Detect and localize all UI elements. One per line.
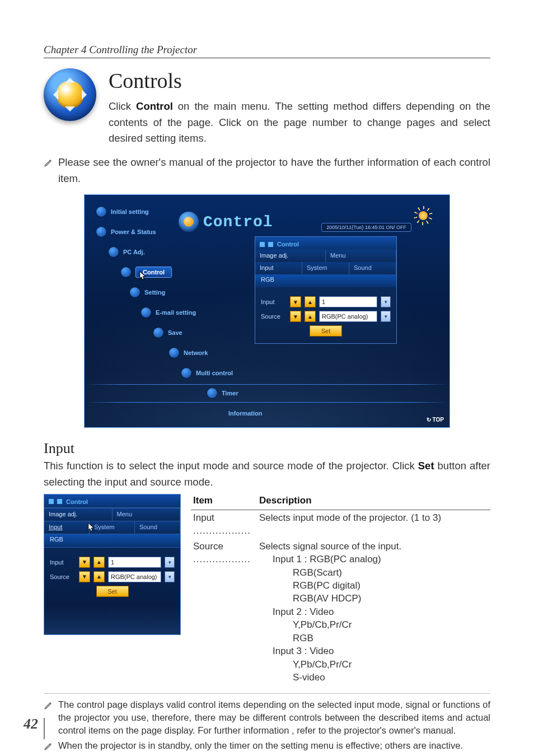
tab-input[interactable]: Input: [44, 521, 90, 534]
divider: [44, 693, 490, 694]
nav-label: Timer: [222, 390, 238, 396]
page-number: 42: [24, 716, 38, 732]
nav-initial-setting[interactable]: Initial setting: [93, 204, 244, 220]
panel-title-text: Control: [277, 241, 299, 248]
nav-label: E-mail setting: [156, 309, 196, 316]
tab-menu[interactable]: Menu: [113, 508, 181, 521]
nav-network[interactable]: Network: [166, 345, 244, 361]
step-down-button[interactable]: ▼: [79, 557, 90, 568]
intro-paragraph: Click Control on the main menu. The sett…: [109, 99, 490, 147]
tab-menu[interactable]: Menu: [326, 250, 396, 262]
footnote-1: The control page displays valid control …: [58, 698, 490, 737]
nav-label: Network: [184, 349, 208, 356]
nav-power-status[interactable]: Power & Status: [93, 224, 244, 240]
item-description-table: Item Description Input Selects input mod…: [191, 494, 490, 685]
side-nav: Initial setting Power & Status PC Adj. C…: [93, 199, 244, 428]
panel-header: Control: [44, 494, 180, 508]
source-value-field[interactable]: RGB(PC analog): [108, 571, 161, 582]
source-line: RGB(PC digital): [259, 579, 488, 592]
nav-pc-adj[interactable]: PC Adj.: [105, 244, 244, 260]
tab-sound[interactable]: Sound: [135, 521, 180, 534]
nav-label: SNMP setting: [252, 427, 272, 428]
nav-label: Power & Status: [111, 228, 156, 235]
intro-pre: Click: [109, 100, 136, 112]
pencil-icon: [44, 156, 54, 166]
nav-save[interactable]: Save: [150, 325, 244, 340]
chapter-heading: Chapter 4 Controlling the Projector: [44, 44, 490, 58]
table-row: Input Selects input mode of the projecto…: [191, 510, 490, 538]
section-title-input: Input: [44, 440, 490, 457]
input-value-field[interactable]: 1: [108, 557, 161, 568]
nav-control[interactable]: Control: [118, 264, 244, 280]
cell-desc: Selects input mode of the projector. (1 …: [257, 510, 490, 538]
cell-item: Source: [193, 541, 223, 552]
screenshot-control-panel-crop: Control Image adj. Menu Input System Sou…: [44, 494, 181, 635]
subtab-rgb[interactable]: RGB: [255, 274, 396, 287]
row-input: Input ▼ ▲ 1 ▾: [261, 296, 391, 307]
step-down-button[interactable]: ▼: [290, 296, 301, 307]
source-value-field[interactable]: RGB(PC analog): [319, 311, 377, 322]
cell-item: Input: [193, 512, 214, 523]
step-up-button[interactable]: ▲: [93, 571, 105, 582]
tab-image-adj[interactable]: Image adj.: [255, 250, 326, 262]
tab-sound[interactable]: Sound: [349, 262, 396, 274]
set-button[interactable]: Set: [96, 586, 129, 597]
tab-image-adj[interactable]: Image adj.: [44, 508, 113, 521]
table-row: Source Selects signal source of the inpu…: [191, 539, 490, 685]
footnote-2: When the projector is in standby, only t…: [58, 739, 463, 752]
source-line: Y,Pb/Cb,Pr/Cr: [259, 658, 488, 671]
step-down-button[interactable]: ▼: [79, 571, 90, 582]
chevron-down-icon[interactable]: ▾: [381, 296, 391, 307]
source-line: RGB(Scart): [259, 566, 488, 579]
tab-input[interactable]: Input: [255, 262, 302, 274]
pencil-icon: [44, 741, 54, 751]
row-label: Input: [50, 559, 76, 566]
source-line: RGB(AV HDCP): [259, 592, 488, 605]
panel-header: Control: [255, 237, 396, 250]
controls-hero-icon: [44, 68, 96, 121]
subtab-rgb[interactable]: RGB: [44, 534, 180, 547]
th-description: Description: [257, 494, 490, 510]
screenshot-control-page: 2005/10/11(Tue) 16:45:01 ON/ OFF Control…: [84, 194, 450, 428]
timestamp-pill: 2005/10/11(Tue) 16:45:01 ON/ OFF: [321, 223, 411, 232]
page-title: Controls: [109, 68, 490, 93]
input-value-field[interactable]: 1: [319, 296, 377, 307]
source-line: Input 1 : RGB(PC analog): [259, 553, 488, 566]
step-up-button[interactable]: ▲: [93, 557, 105, 568]
nav-label: PC Adj.: [123, 249, 145, 255]
nav-label: Multi control: [196, 370, 233, 376]
step-up-button[interactable]: ▲: [305, 311, 316, 322]
cursor-icon: [139, 271, 147, 281]
panel-title-text: Control: [66, 498, 88, 505]
nav-setting[interactable]: Setting: [127, 284, 244, 300]
pencil-icon: [44, 700, 54, 710]
chevron-down-icon[interactable]: ▾: [165, 571, 175, 582]
row-source: Source ▼ ▲ RGB(PC analog) ▾: [50, 571, 175, 582]
step-down-button[interactable]: ▼: [290, 311, 301, 322]
control-panel: Control Image adj. Menu Input System Sou…: [255, 236, 397, 344]
nav-snmp-setting[interactable]: SNMP setting: [244, 426, 247, 428]
cell-desc: Selects signal source of the input.: [259, 540, 488, 553]
step-up-button[interactable]: ▲: [305, 296, 316, 307]
source-line: Input 3 : Video: [259, 645, 488, 657]
top-badge[interactable]: ↻ TOP: [427, 417, 444, 423]
input-para-pre: This function is to select the input mod…: [44, 460, 418, 472]
input-para-bold: Set: [418, 460, 434, 472]
row-label: Source: [50, 573, 76, 580]
nav-email-setting[interactable]: E-mail setting: [138, 305, 244, 320]
tab-system[interactable]: System: [90, 521, 135, 534]
set-button[interactable]: Set: [310, 325, 342, 337]
top-note: Please see the owner's manual of the pro…: [58, 155, 490, 186]
source-line: S-video: [259, 671, 488, 684]
row-source: Source ▼ ▲ RGB(PC analog) ▾: [261, 311, 391, 322]
nav-information[interactable]: Information: [221, 405, 244, 421]
source-line: Input 2 : Video: [259, 605, 488, 618]
nav-multi-control[interactable]: Multi control: [178, 365, 244, 381]
chevron-down-icon[interactable]: ▾: [165, 557, 175, 568]
nav-timer[interactable]: Timer: [204, 385, 244, 401]
top-badge-text: TOP: [433, 417, 444, 423]
chevron-down-icon[interactable]: ▾: [381, 311, 391, 322]
input-paragraph: This function is to select the input mod…: [44, 458, 490, 490]
sun-icon: [414, 206, 433, 225]
tab-system[interactable]: System: [302, 262, 349, 274]
